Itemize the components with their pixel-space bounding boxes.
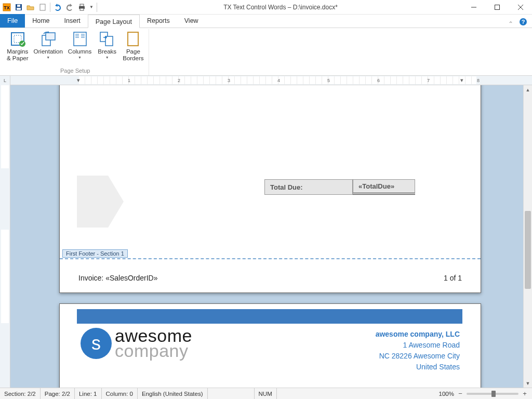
ruler-tick: 1 xyxy=(128,78,130,83)
margins-label: Margins & Paper xyxy=(7,48,29,62)
new-icon[interactable] xyxy=(37,2,48,13)
zoom-control: 100% − + xyxy=(436,390,532,398)
breaks-icon xyxy=(99,31,115,47)
orientation-label: Orientation xyxy=(34,48,63,55)
breaks-label: Breaks xyxy=(98,48,116,55)
workspace: Total Due: «TotalDue» First Footer - Sec… xyxy=(0,85,532,388)
company-address[interactable]: awesome company, LLC 1 Awesome Road NC 2… xyxy=(376,329,460,373)
page-borders-button[interactable]: Page Borders xyxy=(120,29,146,63)
qat-more-icon[interactable]: ▼ xyxy=(88,2,95,13)
svg-rect-4 xyxy=(17,5,20,7)
save-icon[interactable] xyxy=(13,2,24,13)
tab-insert[interactable]: Insert xyxy=(57,14,88,28)
tab-view[interactable]: View xyxy=(177,14,206,28)
footer-tag[interactable]: First Footer - Section 1 xyxy=(62,249,128,258)
zoom-slider[interactable] xyxy=(467,393,518,395)
scroll-thumb[interactable] xyxy=(525,211,531,289)
logo-text-bottom: company xyxy=(115,343,192,358)
zoom-in-button[interactable]: + xyxy=(521,390,529,398)
header-color-bar xyxy=(77,309,462,324)
ribbon-tabs: File Home Insert Page Layout Reports Vie… xyxy=(0,15,532,28)
ruler-corner[interactable]: L xyxy=(0,76,10,85)
open-icon[interactable] xyxy=(25,2,36,13)
address-line-2: NC 28226 Awesome City xyxy=(376,351,460,362)
dropdown-icon: ▼ xyxy=(46,56,50,59)
ribbon-group-label: Page Setup xyxy=(60,67,90,75)
svg-text:?: ? xyxy=(522,19,525,25)
document-canvas[interactable]: Total Due: «TotalDue» First Footer - Sec… xyxy=(10,85,523,388)
company-logo: s awesome company xyxy=(81,328,192,359)
svg-rect-10 xyxy=(495,5,499,9)
total-due-field[interactable]: «TotalDue» xyxy=(353,179,415,195)
titlebar: TX ▼ TX Text Control Words – D:\invoice.… xyxy=(0,0,532,15)
address-line-3: United States xyxy=(376,362,460,373)
orientation-button[interactable]: Orientation ▼ xyxy=(31,29,65,61)
undo-icon[interactable] xyxy=(52,2,63,13)
indent-marker-right[interactable]: ▾ xyxy=(460,77,463,84)
app-icon[interactable]: TX xyxy=(1,2,12,13)
image-placeholder xyxy=(77,176,108,228)
window-buttons xyxy=(462,0,532,15)
horizontal-ruler[interactable]: 1 2 3 4 5 6 7 8 ▾ ▾ xyxy=(10,76,526,84)
margins-button[interactable]: Margins & Paper xyxy=(4,29,31,63)
svg-rect-3 xyxy=(17,8,21,10)
status-page[interactable]: Page: 2/2 xyxy=(41,388,75,399)
ruler-tick: 5 xyxy=(327,78,330,83)
svg-rect-29 xyxy=(128,32,138,46)
page-1: Total Due: «TotalDue» First Footer - Sec… xyxy=(59,85,481,293)
help-button[interactable]: ? xyxy=(517,16,529,28)
dropdown-icon: ▼ xyxy=(105,56,109,59)
minimize-button[interactable] xyxy=(462,0,485,15)
vertical-ruler[interactable] xyxy=(0,85,10,388)
status-blank xyxy=(208,388,255,399)
columns-icon xyxy=(72,31,88,47)
footer-invoice-text[interactable]: Invoice: «SalesOrderID» xyxy=(78,274,158,282)
indent-marker-left[interactable]: ▾ xyxy=(77,77,80,84)
status-bar: Section: 2/2 Page: 2/2 Line: 1 Column: 0… xyxy=(0,388,532,399)
ruler-tick: 8 xyxy=(477,78,480,83)
redo-icon[interactable] xyxy=(64,2,75,13)
tab-home[interactable]: Home xyxy=(25,14,57,28)
zoom-slider-thumb[interactable] xyxy=(491,391,496,397)
ruler-tick: 4 xyxy=(277,78,280,83)
breaks-button[interactable]: Breaks ▼ xyxy=(94,29,120,61)
svg-rect-7 xyxy=(80,4,84,6)
zoom-out-button[interactable]: − xyxy=(456,390,464,398)
vertical-scrollbar[interactable]: ▲ ▼ xyxy=(523,85,532,388)
ribbon-group-page-setup: Margins & Paper Orientation ▼ Columns ▼ … xyxy=(2,29,149,75)
tab-reports[interactable]: Reports xyxy=(140,14,177,28)
scroll-up-icon[interactable]: ▲ xyxy=(524,85,532,94)
tab-page-layout[interactable]: Page Layout xyxy=(88,15,140,28)
address-line-1: 1 Awesome Road xyxy=(376,340,460,351)
page-borders-label: Page Borders xyxy=(123,48,143,62)
ruler-tick: 7 xyxy=(427,78,430,83)
ruler-tick: 6 xyxy=(377,78,380,83)
address-company: awesome company, LLC xyxy=(376,329,460,340)
zoom-value[interactable]: 100% xyxy=(439,391,454,397)
ruler-tick: 3 xyxy=(228,78,230,83)
margins-icon xyxy=(9,31,26,47)
svg-rect-19 xyxy=(46,33,55,40)
status-column: Column: 0 xyxy=(102,388,138,399)
ribbon-panel: Margins & Paper Orientation ▼ Columns ▼ … xyxy=(0,28,532,76)
maximize-button[interactable] xyxy=(485,0,509,15)
status-line: Line: 1 xyxy=(75,388,102,399)
horizontal-ruler-row: L 1 2 3 4 5 6 7 8 ▾ ▾ xyxy=(0,76,532,85)
ruler-tick: 2 xyxy=(178,78,180,83)
status-section[interactable]: Section: 2/2 xyxy=(0,388,41,399)
status-num-lock: NUM xyxy=(255,388,277,399)
page-borders-icon xyxy=(125,31,141,47)
status-language[interactable]: English (United States) xyxy=(138,388,208,399)
svg-rect-8 xyxy=(80,8,84,10)
print-icon[interactable] xyxy=(76,2,87,13)
scroll-down-icon[interactable]: ▼ xyxy=(524,379,532,388)
close-button[interactable] xyxy=(509,0,532,15)
tab-file[interactable]: File xyxy=(0,14,25,28)
columns-button[interactable]: Columns ▼ xyxy=(65,29,94,61)
svg-text:TX: TX xyxy=(4,5,10,10)
scroll-track[interactable] xyxy=(524,94,532,379)
logo-badge: s xyxy=(81,328,112,359)
footer-divider xyxy=(60,258,481,259)
quick-access-toolbar: TX ▼ xyxy=(0,2,99,13)
ribbon-collapse-icon[interactable]: ⌃ xyxy=(506,20,515,28)
